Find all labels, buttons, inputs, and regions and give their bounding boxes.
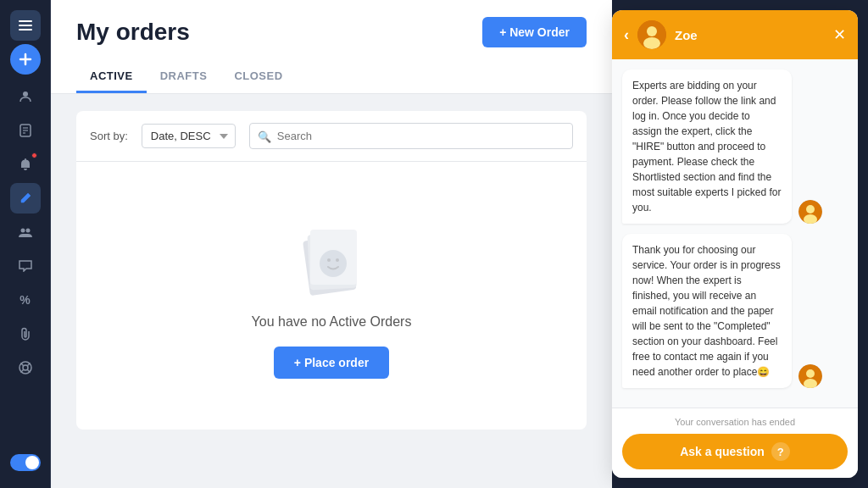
empty-state: You have no Active Orders + Place order: [76, 162, 587, 430]
sidebar: %: [0, 0, 51, 488]
svg-line-14: [27, 370, 30, 373]
svg-point-29: [806, 369, 815, 378]
svg-point-24: [643, 37, 660, 49]
question-icon: ?: [771, 442, 790, 461]
svg-rect-1: [19, 25, 32, 26]
add-order-icon[interactable]: [10, 44, 41, 75]
tabs: ACTIVE DRAFTS CLOSED: [76, 61, 587, 93]
search-input[interactable]: [249, 123, 573, 149]
chat-panel: ‹ Zoe ✕ Experts are bidding on your orde…: [612, 10, 858, 478]
tab-drafts[interactable]: DRAFTS: [147, 61, 221, 93]
sort-select[interactable]: Date, DESC Date, ASC Title A-Z: [142, 124, 236, 148]
tab-active[interactable]: ACTIVE: [76, 61, 147, 93]
toggle-knob: [25, 456, 39, 469]
chat-footer: Your conversation has ended Ask a questi…: [612, 408, 858, 478]
chat-header: ‹ Zoe ✕: [612, 10, 858, 59]
svg-line-15: [20, 370, 23, 373]
svg-point-8: [20, 229, 25, 233]
svg-point-3: [23, 92, 28, 97]
chat-agent-avatar: [637, 20, 666, 49]
percent-icon[interactable]: %: [10, 285, 41, 315]
svg-point-20: [327, 258, 331, 262]
document-icon[interactable]: [10, 115, 41, 146]
svg-point-23: [647, 26, 657, 36]
bell-icon[interactable]: [10, 149, 41, 180]
chat-message-row: Thank you for choosing our service. Your…: [622, 234, 848, 388]
chat-messages: Experts are bidding on your order. Pleas…: [612, 59, 858, 408]
orders-toolbar: Sort by: Date, DESC Date, ASC Title A-Z …: [76, 111, 587, 162]
svg-point-26: [806, 205, 815, 214]
svg-rect-2: [19, 29, 32, 30]
sort-label: Sort by:: [90, 130, 128, 142]
svg-rect-0: [19, 20, 32, 22]
chat-close-button[interactable]: ✕: [833, 25, 846, 44]
page-title: My orders: [76, 19, 190, 46]
tab-closed[interactable]: CLOSED: [220, 61, 296, 93]
page-header: My orders + New Order ACTIVE DRAFTS CLOS…: [51, 0, 612, 94]
search-wrap: 🔍: [249, 123, 573, 149]
chat-message-bubble: Experts are bidding on your order. Pleas…: [622, 69, 792, 224]
user-icon[interactable]: [10, 81, 41, 112]
agent-avatar-small: [798, 364, 822, 388]
svg-point-21: [336, 258, 339, 262]
notification-badge: [31, 152, 37, 158]
agent-avatar-small: [798, 200, 822, 224]
chat-icon[interactable]: [10, 251, 41, 281]
chat-message-row: Experts are bidding on your order. Pleas…: [622, 69, 848, 224]
orders-panel: Sort by: Date, DESC Date, ASC Title A-Z …: [76, 111, 587, 430]
menu-icon[interactable]: [10, 10, 41, 41]
paperclip-icon[interactable]: [10, 319, 41, 349]
edit-icon[interactable]: [10, 183, 41, 214]
svg-point-19: [320, 250, 347, 277]
chat-agent-name: Zoe: [675, 28, 825, 42]
search-icon: 🔍: [258, 130, 271, 142]
theme-toggle[interactable]: [10, 454, 41, 471]
chat-back-button[interactable]: ‹: [624, 26, 629, 44]
empty-state-illustration: [293, 213, 370, 297]
svg-point-9: [25, 229, 30, 233]
ask-question-button[interactable]: Ask a question ?: [622, 434, 848, 469]
people-icon[interactable]: [10, 217, 41, 247]
place-order-button[interactable]: + Place order: [274, 347, 389, 379]
toggle-dot: [14, 459, 20, 466]
support-icon[interactable]: [10, 352, 41, 383]
svg-line-12: [20, 363, 23, 366]
orders-content: Sort by: Date, DESC Date, ASC Title A-Z …: [51, 94, 612, 488]
conversation-ended-text: Your conversation has ended: [675, 417, 795, 427]
empty-message: You have no Active Orders: [252, 314, 412, 330]
new-order-button[interactable]: + New Order: [482, 17, 587, 47]
chat-message-bubble: Thank you for choosing our service. Your…: [622, 234, 792, 388]
main-content: My orders + New Order ACTIVE DRAFTS CLOS…: [51, 0, 612, 488]
svg-point-11: [23, 365, 28, 370]
svg-line-13: [27, 363, 30, 366]
